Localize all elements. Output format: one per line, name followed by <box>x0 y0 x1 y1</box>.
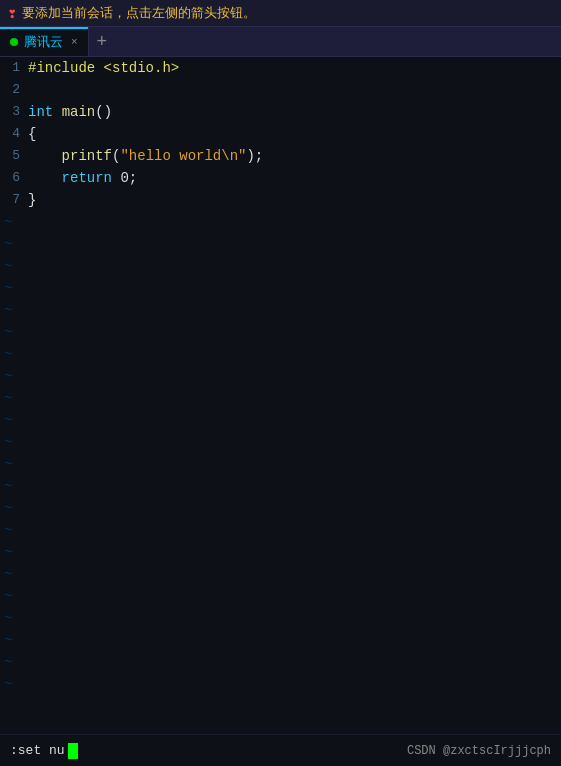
tilde-line-21: ~ <box>0 497 561 519</box>
line-num-6: 6 <box>0 167 28 189</box>
tilde-line-16: ~ <box>0 387 561 409</box>
line-content-4: { <box>28 123 36 145</box>
tilde-8: ~ <box>0 211 12 233</box>
tab-dot <box>10 38 18 46</box>
tilde-19: ~ <box>0 453 12 475</box>
tilde-18: ~ <box>0 431 12 453</box>
info-bar: ❣ 要添加当前会话，点击左侧的箭头按钮。 <box>0 0 561 27</box>
tilde-line-12: ~ <box>0 299 561 321</box>
tilde-line-26: ~ <box>0 607 561 629</box>
line-num-4: 4 <box>0 123 28 145</box>
line-content-3: int main() <box>28 101 112 123</box>
tilde-26: ~ <box>0 607 12 629</box>
status-bar: :set nu CSDN @zxctscIrjjjcph <box>0 734 561 766</box>
tilde-13: ~ <box>0 321 12 343</box>
tilde-12: ~ <box>0 299 12 321</box>
tilde-line-15: ~ <box>0 365 561 387</box>
tilde-line-9: ~ <box>0 233 561 255</box>
tab-add-button[interactable]: + <box>89 27 116 56</box>
line-content-7: } <box>28 189 36 211</box>
line-content-6: return 0; <box>28 167 137 189</box>
command-text: :set nu <box>10 743 65 758</box>
tilde-29: ~ <box>0 673 12 695</box>
tilde-9: ~ <box>0 233 12 255</box>
tab-tencent[interactable]: 腾讯云 × <box>0 27 89 56</box>
tilde-21: ~ <box>0 497 12 519</box>
tab-close-button[interactable]: × <box>71 36 78 48</box>
tilde-line-23: ~ <box>0 541 561 563</box>
tilde-15: ~ <box>0 365 12 387</box>
line-num-3: 3 <box>0 101 28 123</box>
tilde-20: ~ <box>0 475 12 497</box>
tilde-line-28: ~ <box>0 651 561 673</box>
code-line-6: 6 return 0; <box>0 167 561 189</box>
tilde-line-29: ~ <box>0 673 561 695</box>
tilde-line-20: ~ <box>0 475 561 497</box>
tilde-25: ~ <box>0 585 12 607</box>
tilde-17: ~ <box>0 409 12 431</box>
tilde-line-17: ~ <box>0 409 561 431</box>
tilde-28: ~ <box>0 651 12 673</box>
tilde-line-13: ~ <box>0 321 561 343</box>
status-command: :set nu <box>10 743 78 759</box>
tab-bar: 腾讯云 × + <box>0 27 561 57</box>
code-line-4: 4 { <box>0 123 561 145</box>
tilde-line-18: ~ <box>0 431 561 453</box>
tilde-11: ~ <box>0 277 12 299</box>
tilde-line-22: ~ <box>0 519 561 541</box>
code-line-5: 5 printf("hello world\n"); <box>0 145 561 167</box>
code-editor[interactable]: 1 #include <stdio.h> 2 3 int main() 4 { … <box>0 57 561 766</box>
line-num-5: 5 <box>0 145 28 167</box>
tilde-line-25: ~ <box>0 585 561 607</box>
tilde-16: ~ <box>0 387 12 409</box>
code-area: 1 #include <stdio.h> 2 3 int main() 4 { … <box>0 57 561 695</box>
tilde-line-27: ~ <box>0 629 561 651</box>
tilde-27: ~ <box>0 629 12 651</box>
line-num-1: 1 <box>0 57 28 79</box>
watermark-text: CSDN @zxctscIrjjjcph <box>407 744 551 758</box>
tab-label: 腾讯云 <box>24 33 63 51</box>
cursor-block <box>68 743 78 759</box>
info-text: 要添加当前会话，点击左侧的箭头按钮。 <box>22 4 256 22</box>
info-icon: ❣ <box>8 5 16 22</box>
code-line-7: 7 } <box>0 189 561 211</box>
tilde-line-14: ~ <box>0 343 561 365</box>
tilde-14: ~ <box>0 343 12 365</box>
tilde-line-11: ~ <box>0 277 561 299</box>
line-num-2: 2 <box>0 79 28 101</box>
tilde-10: ~ <box>0 255 12 277</box>
line-content-1: #include <stdio.h> <box>28 57 179 79</box>
tilde-line-10: ~ <box>0 255 561 277</box>
code-line-1: 1 #include <stdio.h> <box>0 57 561 79</box>
tilde-22: ~ <box>0 519 12 541</box>
tilde-line-24: ~ <box>0 563 561 585</box>
tilde-line-8: ~ <box>0 211 561 233</box>
code-line-2: 2 <box>0 79 561 101</box>
tilde-23: ~ <box>0 541 12 563</box>
line-num-7: 7 <box>0 189 28 211</box>
tilde-line-19: ~ <box>0 453 561 475</box>
code-line-3: 3 int main() <box>0 101 561 123</box>
tilde-24: ~ <box>0 563 12 585</box>
line-content-5: printf("hello world\n"); <box>28 145 263 167</box>
app-window: ❣ 要添加当前会话，点击左侧的箭头按钮。 腾讯云 × + 1 #include … <box>0 0 561 766</box>
